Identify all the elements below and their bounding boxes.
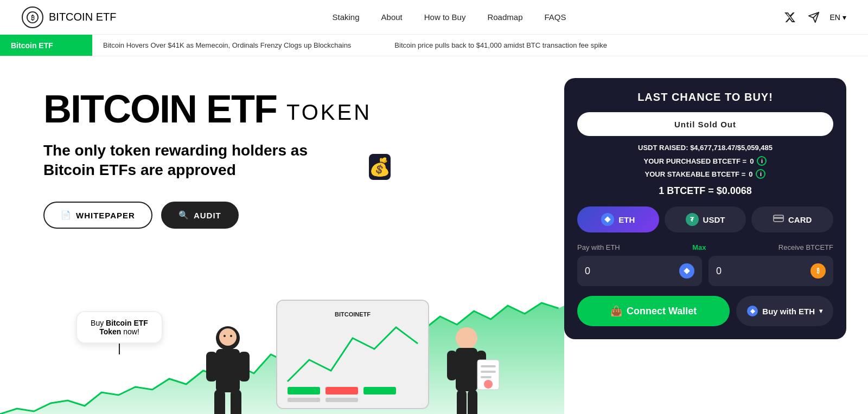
nav-links: Staking About How to Buy Roadmap FAQS [332,12,566,22]
widget-title: LAST CHANCE TO BUY! [577,91,833,104]
svg-rect-12 [288,387,320,394]
receive-btcetf-icon: ₿ [810,263,826,279]
nav-how-to-buy[interactable]: How to Buy [424,12,466,22]
tab-card[interactable]: CARD [751,206,833,232]
svg-rect-19 [456,348,477,391]
telegram-icon[interactable] [806,10,821,25]
wallet-icon: 👜 [610,305,622,317]
whitepaper-button[interactable]: 📄 WHITEPAPER [43,202,152,229]
svg-point-18 [456,327,477,349]
svg-rect-3 [216,349,240,392]
purchased-row: YOUR PURCHASED BTCETF = 0 i [577,156,833,166]
chevron-down-icon: ▾ [843,13,846,22]
svg-rect-23 [468,390,477,414]
stakeable-row: YOUR STAKEABLE BTCETF = 0 i [577,169,833,179]
receive-input[interactable] [716,266,810,277]
chevron-down-icon: ▾ [819,307,822,315]
svg-rect-6 [214,390,225,414]
navbar: ₿ BITCOIN ETF Staking About How to Buy R… [0,0,868,35]
connect-wallet-button[interactable]: 👜 Connect Wallet [577,296,730,326]
action-row: 👜 Connect Wallet Buy with ETH ▾ [577,296,833,326]
svg-text:₿: ₿ [31,14,35,21]
stakeable-info-icon[interactable]: i [756,169,765,179]
buy-eth-icon [747,306,758,316]
receive-input-wrap: ₿ [709,256,833,286]
tab-eth[interactable]: ETH [577,206,659,232]
pay-label: Pay with ETH [577,243,620,251]
svg-rect-22 [457,390,467,414]
svg-rect-16 [326,398,358,402]
ticker-label: Bitcoin ETF [0,35,92,56]
logo-icon: ₿ [22,7,43,28]
svg-rect-5 [239,352,250,381]
twitter-icon[interactable] [782,10,797,25]
ticker-content: Bitcoin Hovers Over $41K as Memecoin, Or… [92,35,618,56]
progress-text: Until Sold Out [674,120,736,129]
pay-eth-icon [679,263,694,279]
left-panel: BITCOIN ETF TOKEN The only token rewardi… [0,56,564,414]
nav-faqs[interactable]: FAQS [544,12,566,22]
progress-bar: Until Sold Out [577,112,833,136]
currency-tabs: ETH ₮ USDT CARD [577,206,833,232]
input-row: ₿ [577,256,833,286]
nav-about[interactable]: About [381,12,403,22]
svg-point-8 [219,328,237,346]
buy-widget: LAST CHANCE TO BUY! Until Sold Out USDT … [564,78,846,339]
title-bitcoin: BITCOIN [43,87,196,131]
svg-marker-29 [604,216,611,223]
audit-icon: 🔍 [178,210,189,220]
navbar-right: EN ▾ [782,10,846,25]
max-button[interactable]: Max [692,243,706,251]
button-row: 📄 WHITEPAPER 🔍 AUDIT [43,202,532,229]
svg-rect-25 [481,365,496,367]
ticker-bar: Bitcoin ETF Bitcoin Hovers Over $41K as … [0,35,868,56]
logo[interactable]: ₿ BITCOIN ETF [22,7,116,28]
svg-rect-26 [481,371,496,373]
ticker-news-1: Bitcoin Hovers Over $41K as Memecoin, Or… [103,41,351,49]
svg-rect-20 [447,351,457,380]
usdt-tab-icon: ₮ [686,213,699,226]
right-panel: LAST CHANCE TO BUY! Until Sold Out USDT … [564,56,868,414]
input-labels: Pay with ETH Max Receive BTCETF [577,243,833,251]
hero-title: BITCOIN ETF TOKEN [43,89,532,130]
wallet-emoji-icon: 💰 [369,154,391,180]
speech-bubble: Buy Bitcoin ETF Token now! [76,311,163,344]
title-etf: ETF [206,87,277,131]
illustration: BITCOINETF [174,295,510,414]
document-icon: 📄 [61,210,72,220]
price-row: 1 BTCETF = $0.0068 [577,185,833,197]
svg-rect-13 [326,387,358,394]
svg-point-9 [224,335,226,337]
pay-input-wrap [577,256,702,286]
svg-text:BITCOINETF: BITCOINETF [335,311,371,318]
nav-staking[interactable]: Staking [332,12,359,22]
svg-rect-27 [481,376,492,378]
main-content: BITCOIN ETF TOKEN The only token rewardi… [0,56,868,414]
usdt-raised: USDT RAISED: $4,677,718.47/$5,059,485 [577,144,833,152]
audit-button[interactable]: 🔍 AUDIT [161,202,239,229]
logo-text: BITCOIN ETF [49,11,116,23]
tab-usdt[interactable]: ₮ USDT [665,206,746,232]
purchased-info-icon[interactable]: i [757,156,767,166]
card-tab-icon [773,215,784,224]
eth-tab-icon [601,213,614,226]
svg-point-28 [484,380,493,389]
svg-rect-14 [363,387,396,394]
svg-rect-4 [206,352,217,381]
svg-point-10 [230,335,232,337]
svg-marker-32 [684,268,690,274]
pay-input[interactable] [585,266,679,277]
ticker-news-2: Bitcoin price pulls back to $41,000 amid… [394,41,607,49]
language-selector[interactable]: EN ▾ [830,13,846,22]
svg-rect-15 [288,398,320,402]
svg-rect-7 [231,390,241,414]
svg-marker-33 [750,308,755,313]
buy-with-eth-button[interactable]: Buy with ETH ▾ [736,296,833,326]
nav-roadmap[interactable]: Roadmap [487,12,522,22]
hero-subtitle: The only token rewarding holders as Bitc… [43,141,391,180]
svg-rect-31 [774,217,783,219]
title-token: TOKEN [286,100,372,124]
receive-label: Receive BTCETF [778,243,833,251]
